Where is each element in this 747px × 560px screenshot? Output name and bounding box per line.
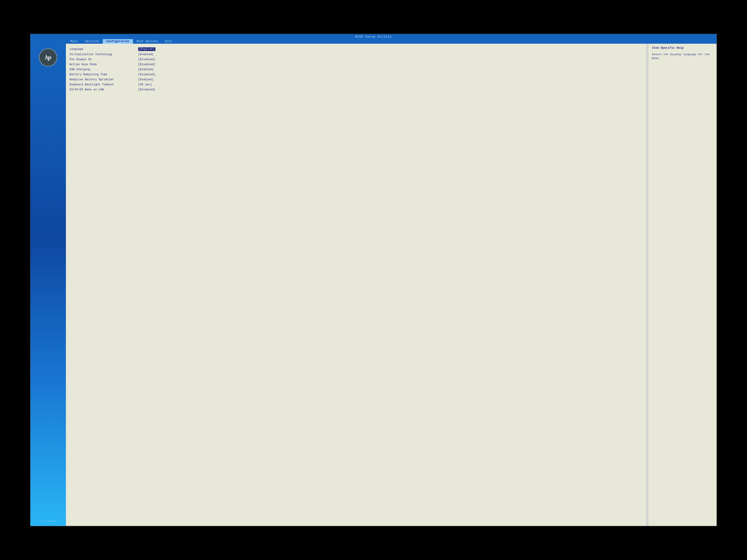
settings-row-5[interactable]: Battery Remaining Time[Disabled] — [70, 72, 642, 77]
setting-value-3: [Disabled] — [138, 63, 155, 66]
setting-label-4: USB Charging — [70, 68, 138, 71]
setting-label-6: Adaptive Battery Optimizer — [70, 78, 138, 81]
setting-value-0: [English] — [138, 47, 156, 51]
setting-label-1: Virtualization Technology — [70, 53, 138, 56]
menu-tab-boot-options[interactable]: Boot Options — [133, 39, 161, 44]
bios-screen: BIOS Setup Utility MainSecurityConfigura… — [30, 34, 717, 526]
setting-value-2: [Disabled] — [138, 58, 155, 61]
settings-row-1[interactable]: Virtualization Technology[Enabled] — [70, 52, 642, 57]
help-panel-title: Item Specific Help — [652, 47, 713, 50]
setting-label-7: Keyboard Backlight Timeout — [70, 83, 138, 86]
setting-value-7: [30 sec] — [138, 83, 152, 86]
setting-label-0: Language — [70, 48, 138, 51]
settings-row-0[interactable]: Language[English] — [70, 47, 642, 52]
sidebar: hp F1 = Help — [30, 44, 66, 526]
setting-value-4: [Enabled] — [138, 68, 154, 71]
setting-label-3: Action Keys Mode — [70, 63, 138, 66]
content-area: hp F1 = Help Language[English]Virtualiza… — [30, 44, 717, 526]
help-panel-text: Select the display language for the BIOS… — [652, 52, 713, 60]
setting-label-8: S3/S4/S5 Wake on LAN — [70, 88, 138, 91]
setting-label-5: Battery Remaining Time — [70, 73, 138, 76]
setting-value-1: [Enabled] — [138, 53, 154, 56]
settings-row-2[interactable]: Fan Always On[Disabled] — [70, 57, 642, 62]
panel-divider — [647, 44, 647, 526]
menu-tab-security[interactable]: Security — [81, 39, 103, 44]
settings-row-4[interactable]: USB Charging[Enabled] — [70, 67, 642, 72]
settings-list: Language[English]Virtualization Technolo… — [66, 44, 646, 526]
settings-row-3[interactable]: Action Keys Mode[Disabled] — [70, 62, 642, 67]
menu-tab-configuration[interactable]: Configuration — [103, 39, 133, 44]
hp-logo-text: hp — [45, 54, 51, 61]
setting-value-6: [Enabled] — [138, 78, 154, 81]
setting-label-2: Fan Always On — [70, 58, 138, 61]
help-hint: F1 = Help — [41, 520, 55, 523]
bios-title: BIOS Setup Utility — [30, 35, 717, 39]
settings-row-7[interactable]: Keyboard Backlight Timeout[30 sec] — [70, 82, 642, 87]
setting-value-5: [Disabled] — [138, 73, 155, 76]
menu-tabs: MainSecurityConfigurationBoot OptionsExi… — [30, 39, 717, 44]
settings-panel: Language[English]Virtualization Technolo… — [66, 44, 717, 526]
menu-tab-main[interactable]: Main — [67, 39, 81, 44]
settings-row-6[interactable]: Adaptive Battery Optimizer[Enabled] — [70, 77, 642, 82]
setting-value-8: [Disabled] — [138, 88, 155, 91]
menu-bar: BIOS Setup Utility MainSecurityConfigura… — [30, 34, 717, 44]
settings-row-8[interactable]: S3/S4/S5 Wake on LAN[Disabled] — [70, 87, 642, 92]
hp-logo: hp — [39, 48, 57, 66]
menu-tab-exit[interactable]: Exit — [161, 39, 176, 44]
help-panel: Item Specific Help Select the display la… — [648, 44, 717, 526]
